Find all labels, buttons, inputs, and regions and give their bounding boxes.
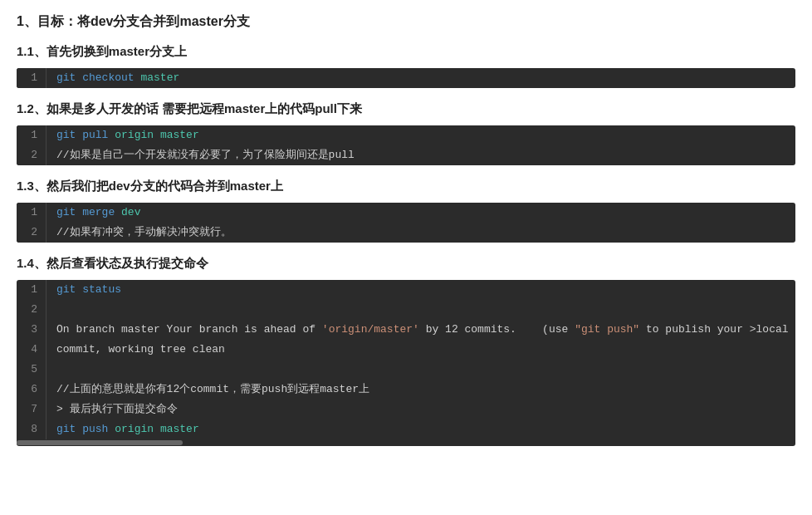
line-number: 1 — [17, 280, 46, 300]
code-line: 3 On branch master Your branch is ahead … — [17, 320, 795, 340]
code-block-4: 1 git status 2 3 On branch master Your b… — [17, 280, 795, 446]
section-1-title: 1.1、首先切换到master分支上 — [17, 44, 795, 60]
code-block-3: 1 git merge dev 2 //如果有冲突，手动解决冲突就行。 — [17, 203, 795, 243]
main-title: 1、目标：将dev分支合并到master分支 — [17, 13, 795, 31]
section-3-title: 1.3、然后我们把dev分支的代码合并到master上 — [17, 179, 795, 194]
section-3: 1.3、然后我们把dev分支的代码合并到master上 1 git merge … — [17, 179, 795, 243]
line-content: git pull origin master — [46, 125, 795, 145]
line-number: 8 — [17, 419, 46, 439]
line-content: //如果有冲突，手动解决冲突就行。 — [46, 223, 795, 243]
section-2-title: 1.2、如果是多人开发的话 需要把远程master上的代码pull下来 — [17, 101, 795, 117]
code-line: 7 > 最后执行下面提交命令 — [17, 400, 795, 419]
line-number: 4 — [17, 340, 46, 360]
section-4-title: 1.4、然后查看状态及执行提交命令 — [17, 256, 795, 272]
line-number: 2 — [17, 300, 46, 320]
section-2: 1.2、如果是多人开发的话 需要把远程master上的代码pull下来 1 gi… — [17, 101, 795, 165]
line-content: > 最后执行下面提交命令 — [46, 400, 795, 419]
line-content: //上面的意思就是你有12个commit，需要push到远程master上 — [46, 380, 795, 400]
code-block-1: 1 git checkout master — [17, 68, 795, 88]
line-content: //如果是自己一个开发就没有必要了，为了保险期间还是pull — [46, 145, 795, 165]
line-content: git status — [46, 280, 795, 300]
code-line: 1 git pull origin master — [17, 125, 795, 145]
code-line: 1 git checkout master — [17, 68, 795, 88]
scrollbar-track[interactable] — [17, 439, 795, 446]
line-number: 1 — [17, 68, 46, 88]
line-number: 2 — [17, 145, 46, 165]
section-4: 1.4、然后查看状态及执行提交命令 1 git status 2 3 On br… — [17, 256, 795, 446]
line-content: git merge dev — [46, 203, 795, 223]
code-line: 6 //上面的意思就是你有12个commit，需要push到远程master上 — [17, 380, 795, 400]
line-number: 3 — [17, 320, 46, 340]
code-line: 4 commit, working tree clean — [17, 340, 795, 360]
line-number: 1 — [17, 203, 46, 223]
line-number: 1 — [17, 125, 46, 145]
code-line: 1 git merge dev — [17, 203, 795, 223]
line-number: 2 — [17, 223, 46, 243]
code-line: 1 git status — [17, 280, 795, 300]
code-line: 2 //如果有冲突，手动解决冲突就行。 — [17, 223, 795, 243]
line-number: 6 — [17, 380, 46, 400]
code-line: 8 git push origin master — [17, 419, 795, 439]
line-number: 5 — [17, 360, 46, 380]
code-line: 2 — [17, 300, 795, 320]
code-line: 5 — [17, 360, 795, 380]
line-content: git push origin master — [46, 419, 795, 439]
section-1: 1.1、首先切换到master分支上 1 git checkout master — [17, 44, 795, 88]
code-line: 2 //如果是自己一个开发就没有必要了，为了保险期间还是pull — [17, 145, 795, 165]
line-number: 7 — [17, 400, 46, 419]
line-content: commit, working tree clean — [46, 340, 795, 360]
line-content: git checkout master — [46, 68, 795, 88]
code-block-2: 1 git pull origin master 2 //如果是自己一个开发就没… — [17, 125, 795, 165]
scrollbar-thumb[interactable] — [17, 440, 183, 445]
line-content: On branch master Your branch is ahead of… — [46, 320, 795, 340]
